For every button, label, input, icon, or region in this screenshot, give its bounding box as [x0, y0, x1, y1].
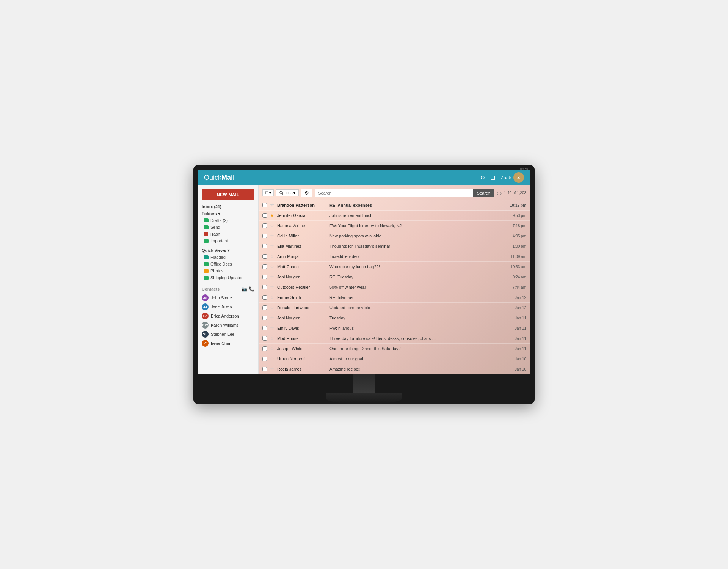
quick-view-shipping[interactable]: Shipping Updates — [198, 274, 258, 281]
email-checkbox[interactable] — [262, 326, 267, 330]
next-arrow-icon[interactable]: › — [500, 190, 502, 196]
sidebar: NEW MAIL Inbox (21) Folders ▾ Drafts (2)… — [198, 185, 259, 374]
email-row[interactable]: ☆ National Airline FW: Your Flight Itine… — [259, 221, 530, 231]
star-icon[interactable]: ★ — [270, 213, 274, 218]
email-time: 1:00 pm — [505, 244, 526, 248]
star-icon[interactable]: ☆ — [270, 315, 274, 321]
star-icon[interactable]: ☆ — [270, 356, 274, 362]
search-button[interactable]: Search — [473, 189, 494, 197]
email-checkbox[interactable] — [262, 213, 267, 218]
quick-view-office-docs[interactable]: Office Docs — [198, 261, 258, 267]
email-checkbox[interactable] — [262, 285, 267, 289]
email-row[interactable]: ☆ Emily Davis FW: hilarious Jan 11 — [259, 323, 530, 333]
star-icon[interactable]: ☆ — [270, 244, 274, 249]
contact-jane-justin[interactable]: JJ Jane Justin — [198, 302, 258, 311]
folder-important[interactable]: Important — [198, 237, 258, 244]
contact-avatar: SL — [202, 331, 209, 338]
folders-header[interactable]: Folders ▾ — [198, 211, 258, 217]
email-time: Jan 12 — [505, 306, 526, 310]
grid-icon[interactable]: ⊞ — [490, 174, 495, 181]
avatar[interactable]: Z — [513, 172, 524, 183]
email-checkbox[interactable] — [262, 234, 267, 238]
star-icon[interactable]: ☆ — [270, 325, 274, 331]
star-icon[interactable]: ☆ — [270, 346, 274, 351]
select-all-button[interactable]: ☐ ▾ — [262, 189, 274, 196]
email-row[interactable]: ☆ Arun Munjal Incredible video! 11:09 am — [259, 251, 530, 262]
email-time: Jan 11 — [505, 326, 526, 330]
user-name: Zack — [500, 175, 511, 181]
search-input[interactable] — [315, 189, 473, 197]
star-icon[interactable]: ☆ — [270, 223, 274, 228]
email-sender: Reeja James — [277, 367, 326, 371]
email-row[interactable]: ★ Jennifer Garcia John's retirement lunc… — [259, 211, 530, 221]
email-row[interactable]: ☆ Donald Hartwood Updated company bio Ja… — [259, 303, 530, 313]
inbox-label: Inbox (21) — [198, 204, 258, 211]
email-checkbox[interactable] — [262, 336, 267, 341]
star-icon[interactable]: ☆ — [270, 203, 274, 208]
star-icon[interactable]: ☆ — [270, 305, 274, 310]
quick-views-header[interactable]: Quick Views ▾ — [198, 247, 258, 254]
email-row[interactable]: ☆ Joni Nyugen RE: Tuesday 9:24 am — [259, 272, 530, 282]
phone-icon[interactable]: 📞 — [249, 286, 254, 292]
email-row[interactable]: ☆ Mod House Three-day furniture sale! Be… — [259, 333, 530, 344]
email-time: 11:09 am — [505, 255, 526, 259]
folder-send[interactable]: Send — [198, 224, 258, 231]
options-button[interactable]: Options ▾ — [276, 189, 299, 196]
email-checkbox[interactable] — [262, 244, 267, 248]
contact-irene-chen[interactable]: IC Irene Chen — [198, 339, 258, 348]
star-icon[interactable]: ☆ — [270, 295, 274, 300]
trash-icon — [204, 232, 208, 236]
email-checkbox[interactable] — [262, 316, 267, 320]
folder-trash[interactable]: Trash — [198, 231, 258, 237]
email-row[interactable]: ☆ Brandon Patterson RE: Annual expenses … — [259, 200, 530, 211]
email-time: Jan 10 — [505, 367, 526, 371]
prev-arrow-icon[interactable]: ‹ — [497, 190, 499, 196]
monitor-model-label: V270 — [520, 167, 528, 171]
email-checkbox[interactable] — [262, 264, 267, 269]
contact-erica-anderson[interactable]: EA Erica Anderson — [198, 311, 258, 321]
star-icon[interactable]: ☆ — [270, 274, 274, 280]
email-row[interactable]: ☆ Ella Martinez Thoughts for Thursday's … — [259, 241, 530, 251]
star-icon[interactable]: ☆ — [270, 366, 274, 372]
pagination-arrows[interactable]: ‹ › — [497, 190, 502, 196]
contact-stephen-lee[interactable]: SL Stephen Lee — [198, 330, 258, 339]
email-row[interactable]: ☆ Emma Smith RE: hilarious Jan 12 — [259, 292, 530, 303]
email-checkbox[interactable] — [262, 346, 267, 351]
new-mail-button[interactable]: NEW MAIL — [202, 189, 254, 200]
star-icon[interactable]: ☆ — [270, 336, 274, 341]
email-time: 10:12 pm — [505, 203, 526, 207]
quick-views-section: Quick Views ▾ Flagged Office Docs Photos — [198, 247, 258, 281]
email-checkbox[interactable] — [262, 275, 267, 279]
quick-view-photos[interactable]: Photos — [198, 267, 258, 274]
email-checkbox[interactable] — [262, 223, 267, 228]
email-row[interactable]: ☆ Urban Nonprofit Almost to our goal Jan… — [259, 354, 530, 364]
email-checkbox[interactable] — [262, 305, 267, 310]
contacts-label: Contacts — [202, 287, 220, 291]
star-icon[interactable]: ☆ — [270, 233, 274, 239]
email-row[interactable]: ☆ Reeja James Amazing recipe!! Jan 10 — [259, 364, 530, 374]
email-checkbox[interactable] — [262, 367, 267, 371]
email-checkbox[interactable] — [262, 295, 267, 300]
email-row[interactable]: ☆ Outdoors Retailer 50% off winter wear … — [259, 282, 530, 292]
folder-drafts[interactable]: Drafts (2) — [198, 217, 258, 224]
star-icon[interactable]: ☆ — [270, 264, 274, 269]
email-row[interactable]: ☆ Joseph White One more thing: Dinner th… — [259, 344, 530, 354]
email-row[interactable]: ☆ Callie Miller New parking spots availa… — [259, 231, 530, 241]
email-checkbox[interactable] — [262, 254, 267, 259]
email-row[interactable]: ☆ Joni Nyugen Tuesday Jan 11 — [259, 313, 530, 323]
star-icon[interactable]: ☆ — [270, 254, 274, 259]
email-row[interactable]: ☆ Matt Chang Who stole my lunch bag??! 1… — [259, 262, 530, 272]
email-subject: RE: Annual expenses — [329, 203, 502, 207]
email-subject: John's retirement lunch — [329, 213, 502, 218]
contact-john-stone[interactable]: JS John Stone — [198, 293, 258, 302]
contact-avatar: IC — [202, 340, 209, 347]
email-checkbox[interactable] — [262, 357, 267, 361]
contact-karen-williams[interactable]: KW Karen Williams — [198, 321, 258, 330]
quick-view-flagged[interactable]: Flagged — [198, 254, 258, 261]
settings-button[interactable]: ⚙ — [301, 189, 312, 197]
video-call-icon[interactable]: 📷 — [242, 286, 247, 292]
refresh-icon[interactable]: ↻ — [480, 174, 485, 181]
star-icon[interactable]: ☆ — [270, 284, 274, 290]
folder-icon — [204, 262, 209, 266]
email-checkbox[interactable] — [262, 203, 267, 207]
